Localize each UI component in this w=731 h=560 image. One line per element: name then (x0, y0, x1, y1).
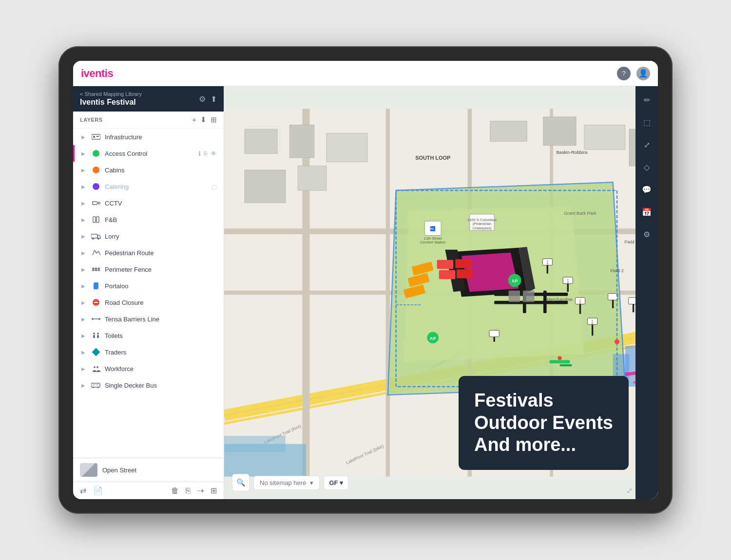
chevron-icon: ▶ (81, 383, 87, 388)
toilets-icon (91, 331, 101, 340)
move-icon[interactable]: ⇢ (197, 486, 204, 495)
measure-icon[interactable]: ⤢ (639, 137, 654, 152)
svg-rect-20 (97, 335, 99, 338)
file-icon[interactable]: 📄 (93, 486, 103, 495)
traders-icon (91, 347, 101, 357)
road-closure-icon (91, 298, 101, 307)
basemap-selector[interactable]: Open Street (73, 458, 224, 482)
svg-rect-82 (523, 291, 535, 302)
sitemap-select[interactable]: No sitemap here ▾ (253, 476, 320, 490)
share-icon[interactable]: ⇄ (80, 486, 86, 495)
polygon-icon[interactable]: ◇ (639, 159, 654, 175)
svg-point-16 (98, 318, 100, 320)
map-expand-icon[interactable]: ⤢ (626, 486, 633, 495)
layer-item-cctv[interactable]: ▶ CCTV (73, 195, 224, 211)
chevron-icon: ▶ (81, 366, 87, 372)
map-area: Lakefront Trail (foot) Lakefront Trail (… (224, 86, 658, 499)
layer-item-road-closure[interactable]: ▶ Road Closure (73, 294, 224, 311)
svg-point-88 (615, 339, 619, 344)
duplicate-icon[interactable]: ⎘ (186, 486, 191, 495)
grid-view-icon[interactable]: ⊞ (211, 115, 217, 124)
svg-rect-40 (584, 125, 625, 149)
chevron-icon: ▶ (81, 134, 87, 140)
help-icon[interactable]: ? (617, 67, 631, 80)
layer-item-infrastructure[interactable]: ▶ Infrastructure (73, 129, 224, 145)
calendar-icon[interactable]: 📅 (639, 204, 654, 220)
user-icon[interactable]: 👤 (636, 67, 650, 80)
svg-rect-55 (437, 260, 454, 269)
layer-item-cabins[interactable]: ▶ Cabins (73, 162, 224, 178)
festival-card-line3: And more... (474, 434, 613, 456)
search-button[interactable]: 🔍 (232, 474, 250, 491)
visibility-icon[interactable]: 👁 (211, 150, 217, 157)
svg-rect-81 (509, 291, 520, 302)
svg-rect-23 (91, 383, 100, 387)
svg-rect-57 (439, 270, 456, 279)
sitemap-label: No sitemap here (260, 479, 306, 486)
svg-point-21 (94, 366, 96, 368)
visibility-hidden-icon[interactable]: ◌ (212, 183, 217, 190)
layer-item-perimeter-fence[interactable]: ▶ Perimeter Fence (73, 261, 224, 278)
svg-point-22 (96, 366, 98, 368)
layer-item-catering[interactable]: ▶ Catering ◌ (73, 178, 224, 195)
layer-item-portaloo[interactable]: ▶ Portaloo (73, 278, 224, 294)
sidebar: < Shared Mapping Library Iventis Festiva… (73, 86, 224, 499)
layer-item-single-decker-bus[interactable]: ▶ Single Decker Bus (73, 377, 224, 393)
settings-icon[interactable]: ⚙ (199, 94, 206, 104)
svg-rect-1 (93, 136, 95, 138)
layer-item-pedestrian-route[interactable]: ▶ Pedestrian Route (73, 244, 224, 261)
info-icon[interactable]: ℹ (198, 150, 201, 157)
layer-name-traders: Traders (105, 349, 217, 356)
svg-rect-43 (298, 166, 327, 190)
layer-item-traders[interactable]: ▶ Traders (73, 344, 224, 360)
svg-rect-62 (543, 291, 547, 313)
sidebar-title: Iventis Festival (80, 98, 142, 107)
svg-rect-10 (96, 267, 96, 271)
delete-icon[interactable]: 🗑 (171, 486, 179, 495)
draw-icon[interactable]: ✏ (639, 92, 654, 108)
layer-name-fb: F&B (105, 216, 217, 224)
import-layer-icon[interactable]: ⬇ (200, 115, 207, 124)
svg-rect-26 (93, 384, 95, 386)
top-bar: iventis ? 👤 (73, 61, 658, 86)
svg-text:AP: AP (430, 336, 436, 341)
tensa-barriers-icon (91, 314, 101, 324)
layer-item-toilets[interactable]: ▶ Toilets (73, 327, 224, 344)
festival-card-line1: Festivals (474, 390, 613, 412)
chevron-icon: ▶ (81, 250, 87, 256)
layer-item-lorry[interactable]: ▶ Lorry (73, 228, 224, 244)
layer-item-workforce[interactable]: ▶ Workforce (73, 360, 224, 377)
svg-rect-34 (245, 129, 277, 153)
svg-text:Baskin-Robbins: Baskin-Robbins (556, 150, 588, 155)
festival-card: Festivals Outdoor Events And more... (459, 376, 629, 470)
sidebar-header: < Shared Mapping Library Iventis Festiva… (73, 86, 224, 112)
merge-icon[interactable]: ⊞ (211, 486, 217, 495)
chevron-icon: ▶ (81, 283, 87, 289)
comment-icon[interactable]: 💬 (639, 182, 654, 197)
layer-name-workforce: Workforce (105, 365, 217, 373)
svg-rect-6 (91, 234, 97, 238)
catering-icon (91, 182, 101, 191)
svg-rect-0 (92, 134, 100, 139)
layer-name-road-closure: Road Closure (105, 299, 217, 306)
bus-icon (91, 380, 101, 390)
collapse-icon[interactable]: ⬆ (211, 94, 217, 104)
layer-item-access-control[interactable]: ▶ Access Control ℹ ⎘ 👁 (73, 145, 224, 162)
settings-map-icon[interactable]: ⚙ (639, 226, 654, 242)
perimeter-fence-icon (91, 264, 101, 274)
sidebar-header-icons: ⚙ ⬆ (199, 94, 217, 104)
chevron-icon: ▶ (81, 184, 87, 189)
select-icon[interactable]: ⬚ (639, 114, 654, 130)
copy-icon[interactable]: ⎘ (204, 150, 208, 157)
layer-item-fb[interactable]: ▶ F&B (73, 211, 224, 228)
cabins-icon (91, 165, 101, 175)
chevron-icon: ▶ (81, 234, 87, 239)
layer-item-tensa-barriers[interactable]: ▶ Tensa Barriers Line (73, 311, 224, 327)
svg-rect-80 (489, 330, 499, 336)
layer-name-tensa-barriers: Tensa Barriers Line (105, 316, 217, 323)
pedestrian-route-icon (91, 248, 101, 258)
floor-select[interactable]: GF ▾ (324, 476, 348, 490)
breadcrumb[interactable]: < Shared Mapping Library (80, 91, 142, 97)
add-layer-icon[interactable]: + (192, 115, 196, 124)
svg-text:Merchandise: Merchandise (547, 297, 573, 302)
